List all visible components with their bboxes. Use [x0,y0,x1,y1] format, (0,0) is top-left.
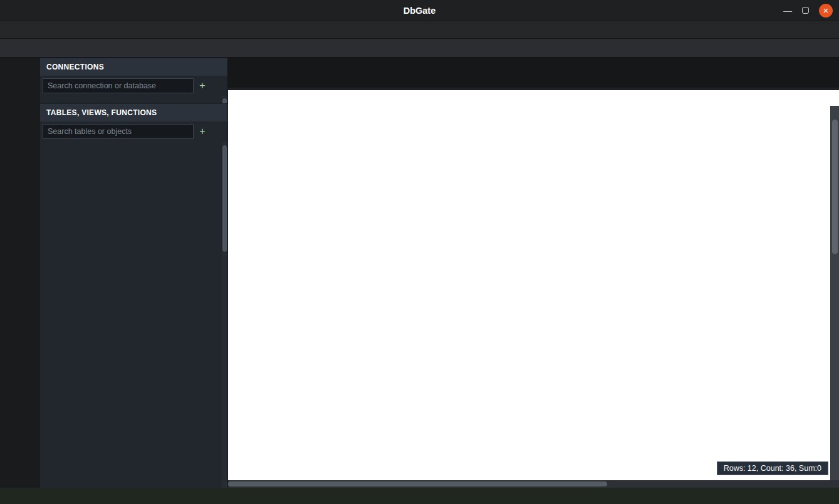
tables-scrollbar[interactable] [222,141,227,488]
file-tabs [228,69,839,88]
maximize-button[interactable] [802,7,809,14]
statusbar [0,488,839,504]
titlebar: DbGate — × [0,0,839,21]
left-panel: CONNECTIONS + TABLES, VIEWS, FUNCTIONS + [40,58,228,488]
tables-tree [40,141,227,488]
scrollbar-thumb[interactable] [222,98,227,103]
window-controls: — × [783,4,839,18]
close-button[interactable]: × [819,4,833,18]
window-title: DbGate [0,6,839,16]
dbgate-window: DbGate — × CONNECTIONS + TABLES, VIEWS, … [0,0,839,504]
connections-search-row: + [40,76,227,96]
refresh-connections-button[interactable] [211,79,225,93]
connections-panel-header: CONNECTIONS [40,58,227,76]
grid-filter-row [228,106,839,120]
add-connection-plus-button[interactable]: + [195,79,209,93]
tables-search-input[interactable] [43,124,194,139]
minimize-button[interactable]: — [783,6,792,16]
grid-vertical-scrollbar[interactable] [830,106,839,480]
scrollbar-thumb[interactable] [832,120,838,254]
tables-search-row: + [40,121,227,141]
grid-header-row [228,90,839,106]
selection-summary-overlay: Rows: 12, Count: 36, Sum:0 [717,461,828,475]
scrollbar-thumb[interactable] [228,481,607,486]
scrollbar-thumb[interactable] [222,145,227,252]
main-area: CONNECTIONS + TABLES, VIEWS, FUNCTIONS + [0,58,839,488]
content-area: Rows: 12, Count: 36, Sum:0 [228,58,839,488]
activity-iconbar [0,58,40,488]
connections-tree [40,96,227,103]
connections-search-input[interactable] [43,78,194,93]
data-grid: Rows: 12, Count: 36, Sum:0 [228,90,839,488]
menubar [0,21,839,39]
grid-rows [228,120,839,480]
refresh-tables-button[interactable] [211,125,225,138]
tables-panel-header: TABLES, VIEWS, FUNCTIONS [40,103,227,121]
database-group-tabs [228,58,839,69]
connections-scrollbar[interactable] [222,96,227,103]
add-object-plus-button[interactable]: + [195,125,209,138]
toolbar [0,39,839,58]
grid-horizontal-scrollbar[interactable] [228,480,839,488]
